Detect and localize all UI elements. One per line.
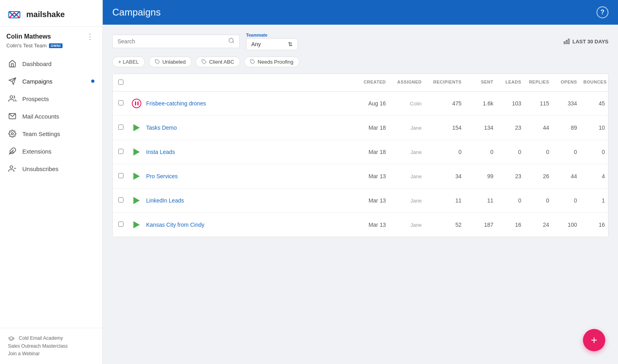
sidebar-label-prospects: Prospects	[22, 95, 49, 102]
footer-link-masterclass[interactable]: Sales Outreach Masterclass	[8, 343, 68, 349]
table-row: LinkedIn LeadsMar 13Jane11110001	[113, 189, 608, 213]
date-filter-button[interactable]: LAST 30 DAYS	[563, 38, 608, 45]
sidebar-item-unsubscribes[interactable]: Unsubscribes	[0, 160, 102, 177]
td-assigned: Colin	[389, 93, 425, 114]
row-checkbox[interactable]	[118, 149, 123, 154]
campaign-name-link[interactable]: Tasks Demo	[146, 125, 177, 131]
td-replies: 26	[524, 166, 552, 187]
td-opens: 0	[552, 190, 580, 211]
td-sent: 134	[465, 117, 497, 138]
td-sent: 11	[465, 190, 497, 211]
play-icon[interactable]	[132, 220, 141, 230]
td-recipients: 0	[425, 142, 465, 162]
campaigns-notification-dot	[91, 80, 94, 83]
sidebar: mailshake Colin Mathews ⋮ Colin's Test T…	[0, 0, 103, 364]
team-row: Colin's Test Team OMNI	[6, 43, 96, 49]
th-replies: REPLIES	[524, 74, 552, 91]
td-created: Mar 18	[353, 117, 389, 138]
td-opens: 89	[552, 117, 580, 138]
td-leads: 0	[497, 142, 524, 162]
row-checkbox[interactable]	[118, 197, 123, 202]
campaign-name-cell: Kansas City from Cindy	[129, 213, 353, 237]
label-client-abc[interactable]: Client ABC	[196, 56, 240, 67]
extensions-icon	[8, 147, 17, 156]
table-row: Frisbee-catching dronesAug 16Colin4751.6…	[113, 91, 608, 116]
campaign-name-link[interactable]: Pro Services	[146, 173, 178, 179]
td-bounces: 1	[580, 190, 608, 211]
add-campaign-fab[interactable]: +	[583, 329, 605, 351]
footer-link-webinar[interactable]: Join a Webinar	[8, 351, 40, 356]
bar-chart-icon	[563, 38, 570, 45]
label-icon	[155, 59, 160, 64]
row-checkbox[interactable]	[118, 125, 123, 130]
td-leads: 23	[497, 166, 524, 187]
campaign-name-link[interactable]: Frisbee-catching drones	[146, 100, 206, 107]
play-icon[interactable]	[132, 147, 141, 157]
mail-icon	[8, 112, 17, 121]
play-icon[interactable]	[132, 123, 141, 132]
play-icon[interactable]	[132, 196, 141, 205]
logo-area: mailshake	[6, 6, 65, 22]
sidebar-item-extensions[interactable]: Extensions	[0, 142, 102, 160]
add-label-text: + LABEL	[118, 59, 139, 65]
campaign-name-link[interactable]: Kansas City from Cindy	[146, 222, 204, 228]
th-recipients: RECIPIENTS	[425, 74, 465, 91]
toolbar: Teammate Any ⇅ LAST 30 DAYS	[112, 33, 608, 50]
td-bounces: 16	[580, 214, 608, 235]
label-unlabeled[interactable]: Unlabeled	[149, 56, 192, 67]
td-bounces: 10	[580, 117, 608, 138]
labels-bar: + LABEL Unlabeled Client ABC Needs Proof…	[112, 56, 608, 67]
play-icon[interactable]	[132, 171, 141, 181]
sidebar-header: mailshake	[0, 0, 102, 27]
label-needs-proofing[interactable]: Needs Proofing	[244, 56, 299, 67]
td-sent: 0	[465, 142, 497, 162]
content-area: Teammate Any ⇅ LAST 30 DAYS + LABEL Unla…	[103, 25, 618, 364]
page-title: Campaigns	[112, 7, 160, 18]
sidebar-item-prospects[interactable]: Prospects	[0, 90, 102, 107]
td-bounces: 0	[580, 142, 608, 162]
date-filter-label: LAST 30 DAYS	[572, 39, 608, 45]
row-checkbox[interactable]	[118, 173, 123, 178]
td-recipients: 475	[425, 93, 465, 114]
td-created: Mar 13	[353, 214, 389, 235]
team-name: Colin's Test Team	[6, 43, 47, 49]
th-opens: OPENS	[552, 74, 580, 91]
svg-point-11	[229, 38, 233, 43]
td-assigned: Jane	[389, 142, 425, 162]
campaign-name-link[interactable]: Insta Leads	[146, 149, 175, 155]
sidebar-item-team-settings[interactable]: Team Settings	[0, 125, 102, 142]
td-created: Mar 13	[353, 190, 389, 211]
more-dots-button[interactable]: ⋮	[84, 31, 96, 42]
row-checkbox[interactable]	[118, 100, 123, 105]
td-sent: 187	[465, 214, 497, 235]
footer-link-academy[interactable]: Cold Email Academy	[19, 335, 63, 341]
svg-point-4	[10, 96, 13, 99]
td-created: Mar 18	[353, 142, 389, 162]
campaign-name-cell: Tasks Demo	[129, 116, 353, 140]
add-label-button[interactable]: + LABEL	[112, 56, 145, 67]
row-checkbox[interactable]	[118, 222, 123, 227]
pause-icon[interactable]	[132, 99, 141, 108]
topbar: Campaigns ?	[103, 0, 618, 25]
td-recipients: 154	[425, 117, 465, 138]
th-sent: SENT	[465, 74, 497, 91]
row-checkbox-cell	[113, 142, 129, 162]
sidebar-item-mail-accounts[interactable]: Mail Accounts	[0, 107, 102, 125]
sidebar-item-dashboard[interactable]: Dashboard	[0, 55, 102, 72]
th-leads: LEADS	[497, 74, 524, 91]
main-content: Campaigns ? Teammate Any ⇅ LAST 30 DAY	[103, 0, 618, 364]
td-leads: 23	[497, 117, 524, 138]
select-all-checkbox[interactable]	[118, 80, 123, 85]
campaign-name-link[interactable]: LinkedIn Leads	[146, 197, 184, 204]
search-input[interactable]	[117, 38, 225, 45]
help-button[interactable]: ?	[596, 6, 608, 18]
td-replies: 44	[524, 117, 552, 138]
td-recipients: 52	[425, 214, 465, 235]
svg-rect-14	[566, 40, 567, 44]
graduation-icon	[8, 335, 14, 342]
sidebar-item-campaigns[interactable]: Campaigns	[0, 72, 102, 90]
search-container	[112, 35, 240, 48]
svg-point-6	[12, 133, 14, 135]
teammate-select[interactable]: Any ⇅	[246, 38, 298, 50]
unsubscribes-icon	[8, 164, 17, 173]
